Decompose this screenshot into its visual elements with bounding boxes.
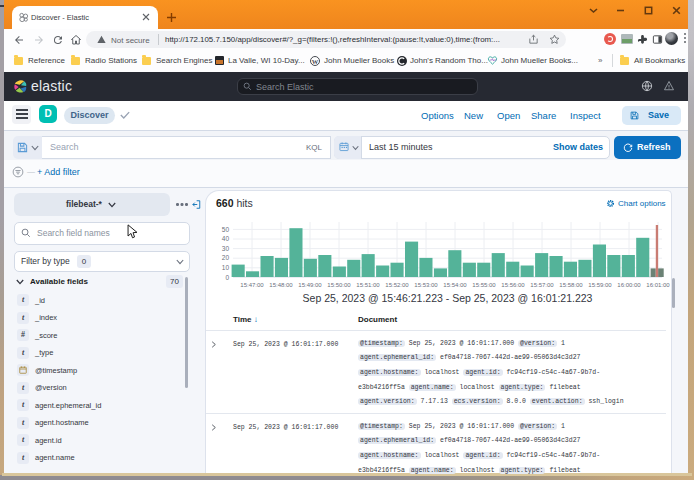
svg-text:15:48:00: 15:48:00 bbox=[269, 282, 293, 288]
svg-text:15:59:00: 15:59:00 bbox=[588, 282, 612, 288]
svg-text:15:54:00: 15:54:00 bbox=[443, 282, 467, 288]
svg-text:50: 50 bbox=[222, 226, 230, 233]
svg-text:30: 30 bbox=[222, 245, 230, 252]
svg-text:15:50:00: 15:50:00 bbox=[327, 282, 351, 288]
svg-text:15:55:00: 15:55:00 bbox=[472, 282, 496, 288]
svg-text:16:01:00: 16:01:00 bbox=[646, 282, 670, 288]
svg-text:15:49:00: 15:49:00 bbox=[298, 282, 322, 288]
svg-text:20: 20 bbox=[222, 254, 230, 261]
svg-text:15:51:00: 15:51:00 bbox=[356, 282, 380, 288]
svg-text:15:52:00: 15:52:00 bbox=[385, 282, 409, 288]
svg-text:40: 40 bbox=[222, 235, 230, 242]
svg-text:16:00:00: 16:00:00 bbox=[617, 282, 641, 288]
svg-text:15:47:00: 15:47:00 bbox=[240, 282, 264, 288]
svg-text:15:56:00: 15:56:00 bbox=[501, 282, 525, 288]
svg-text:15:58:00: 15:58:00 bbox=[559, 282, 583, 288]
svg-text:15:57:00: 15:57:00 bbox=[530, 282, 554, 288]
svg-text:15:53:00: 15:53:00 bbox=[414, 282, 438, 288]
svg-text:0: 0 bbox=[225, 274, 229, 281]
svg-text:10: 10 bbox=[222, 264, 230, 271]
